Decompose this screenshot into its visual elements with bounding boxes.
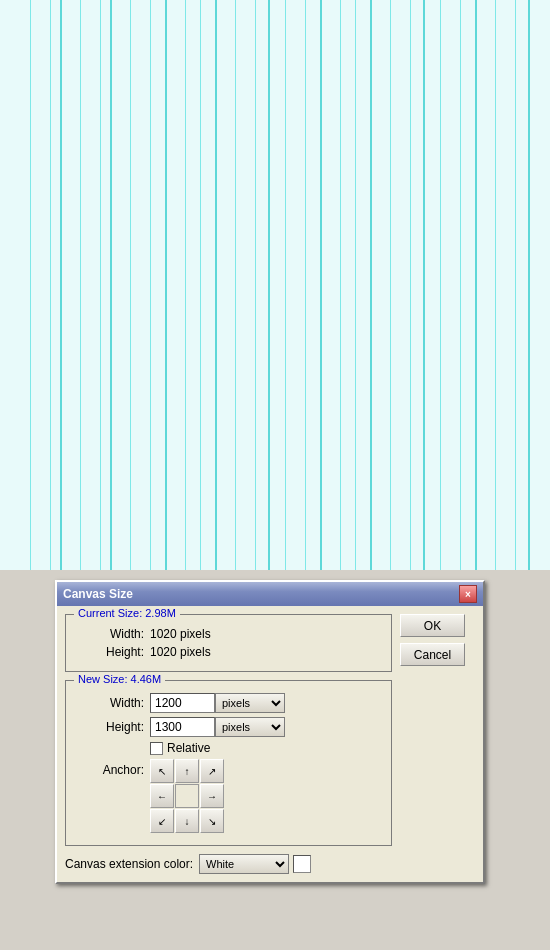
- anchor-e[interactable]: →: [200, 784, 224, 808]
- cancel-button[interactable]: Cancel: [400, 643, 465, 666]
- canvas-size-dialog: Canvas Size × Current Size: 2.98M Width:…: [55, 580, 485, 884]
- width-input[interactable]: [150, 693, 215, 713]
- width-unit-dropdown[interactable]: pixels percent cm inches: [215, 693, 285, 713]
- anchor-w[interactable]: ←: [150, 784, 174, 808]
- current-width-row: Width: 1020 pixels: [74, 627, 383, 641]
- ok-button[interactable]: OK: [400, 614, 465, 637]
- new-height-label: Height:: [74, 720, 144, 734]
- anchor-center[interactable]: [175, 784, 199, 808]
- relative-checkbox[interactable]: [150, 742, 163, 755]
- new-height-row: Height: pixels percent cm inches: [74, 717, 383, 737]
- color-swatch[interactable]: [293, 855, 311, 873]
- current-width-label: Width:: [74, 627, 144, 641]
- anchor-nw[interactable]: ↖: [150, 759, 174, 783]
- bottom-area: Canvas Size × Current Size: 2.98M Width:…: [0, 570, 550, 950]
- height-unit-dropdown[interactable]: pixels percent cm inches: [215, 717, 285, 737]
- dialog-left-panel: Current Size: 2.98M Width: 1020 pixels H…: [65, 614, 392, 874]
- current-size-legend: Current Size: 2.98M: [74, 607, 180, 619]
- height-input[interactable]: [150, 717, 215, 737]
- extension-color-row: Canvas extension color: White Foreground…: [65, 854, 392, 874]
- dialog-right-panel: OK Cancel: [400, 614, 475, 874]
- anchor-n[interactable]: ↑: [175, 759, 199, 783]
- relative-label: Relative: [167, 741, 210, 755]
- anchor-ne[interactable]: ↗: [200, 759, 224, 783]
- anchor-label: Anchor:: [74, 759, 144, 777]
- current-height-row: Height: 1020 pixels: [74, 645, 383, 659]
- new-width-row: Width: pixels percent cm inches: [74, 693, 383, 713]
- new-size-content: Width: pixels percent cm inches Heigh: [74, 693, 383, 833]
- new-width-label: Width:: [74, 696, 144, 710]
- current-size-content: Width: 1020 pixels Height: 1020 pixels: [74, 627, 383, 659]
- current-height-label: Height:: [74, 645, 144, 659]
- relative-row: Relative: [150, 741, 383, 755]
- anchor-section: Anchor: ↖ ↑ ↗ ← → ↙: [74, 759, 383, 833]
- current-height-value: 1020 pixels: [150, 645, 211, 659]
- anchor-se[interactable]: ↘: [200, 809, 224, 833]
- dialog-titlebar: Canvas Size ×: [57, 582, 483, 606]
- close-button[interactable]: ×: [459, 585, 477, 603]
- new-size-box: New Size: 4.46M Width: pixels percent cm…: [65, 680, 392, 846]
- current-size-box: Current Size: 2.98M Width: 1020 pixels H…: [65, 614, 392, 672]
- anchor-grid: ↖ ↑ ↗ ← → ↙ ↓ ↘: [150, 759, 224, 833]
- canvas-area: [0, 0, 550, 570]
- extension-color-label: Canvas extension color:: [65, 857, 193, 871]
- extension-color-dropdown[interactable]: White Foreground Background Black Gray O…: [199, 854, 289, 874]
- dialog-title: Canvas Size: [63, 587, 133, 601]
- anchor-s[interactable]: ↓: [175, 809, 199, 833]
- new-size-legend: New Size: 4.46M: [74, 673, 165, 685]
- dialog-body: Current Size: 2.98M Width: 1020 pixels H…: [57, 606, 483, 882]
- anchor-sw[interactable]: ↙: [150, 809, 174, 833]
- current-width-value: 1020 pixels: [150, 627, 211, 641]
